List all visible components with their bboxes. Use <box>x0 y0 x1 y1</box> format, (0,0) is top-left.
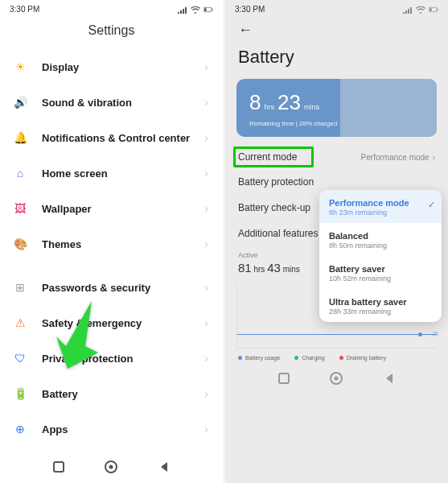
chevron-right-icon: › <box>204 423 208 436</box>
chevron-right-icon: › <box>204 387 208 400</box>
status-bar: 3:30 PM <box>0 0 223 15</box>
signal-icon <box>178 6 187 14</box>
svg-point-11 <box>335 377 339 381</box>
item-icon: 🖼 <box>11 200 29 217</box>
nav-back-button[interactable] <box>154 457 174 477</box>
battery-icon <box>429 6 438 14</box>
page-title: Settings <box>0 15 223 49</box>
option-title: Battery saver <box>329 264 432 274</box>
item-icon: 🎨 <box>11 235 29 253</box>
phone-battery: 3:30 PM ← Battery 8 hrs 23 mins Remainin… <box>225 0 448 483</box>
nav-home-button[interactable] <box>101 457 121 477</box>
item-icon: ⊞ <box>11 279 29 296</box>
item-icon: 🔔 <box>11 129 29 147</box>
chevron-right-icon: › <box>204 96 208 109</box>
svg-rect-1 <box>204 8 207 10</box>
chevron-right-icon: › <box>433 153 435 162</box>
item-icon: ⊕ <box>11 420 29 438</box>
battery-icon <box>203 6 213 14</box>
option-title: Ultra battery saver <box>329 297 432 307</box>
current-mode-row[interactable]: Current mode Performance mode › <box>225 145 448 169</box>
page-title: Battery <box>225 42 448 79</box>
settings-item-apps[interactable]: ⊕Apps› <box>0 411 223 447</box>
settings-item-themes[interactable]: 🎨Themes› <box>0 226 223 262</box>
back-row: ← <box>225 15 448 42</box>
wifi-icon <box>191 6 200 14</box>
item-icon: 🔊 <box>11 93 29 111</box>
chevron-right-icon: › <box>204 60 208 73</box>
legend-item: Draining battery <box>339 355 386 361</box>
legend-item: Battery usage <box>238 355 280 361</box>
chevron-right-icon: › <box>204 352 208 365</box>
chevron-right-icon: › <box>204 281 208 294</box>
remaining-time: 8 hrs 23 mins <box>249 90 424 115</box>
battery-card[interactable]: 8 hrs 23 mins Remaining time | 28% charg… <box>236 79 437 137</box>
item-icon: 🔋 <box>11 385 29 402</box>
chart-legend: Battery usageChargingDraining battery <box>225 350 448 361</box>
mode-label: Current mode <box>238 151 297 163</box>
chevron-right-icon: › <box>204 237 208 250</box>
option-title: Performance mode <box>329 198 432 208</box>
settings-item-home-screen[interactable]: ⌂Home screen› <box>0 155 223 191</box>
option-sub: 10h 52m remaining <box>329 275 432 283</box>
item-label: Sound & vibration <box>42 97 204 109</box>
wifi-icon <box>416 6 425 14</box>
nav-bar <box>225 361 448 394</box>
nav-bar <box>0 449 223 483</box>
svg-rect-7 <box>430 8 432 10</box>
option-sub: 8h 50m remaining <box>329 242 432 250</box>
item-icon: ⌂ <box>11 164 29 182</box>
nav-home-button[interactable] <box>327 369 346 388</box>
mode-value: Performance mode › <box>361 153 435 162</box>
chevron-right-icon: › <box>204 316 208 329</box>
mode-popup: Performance mode8h 23m remaining✓Balance… <box>319 190 442 322</box>
item-label: Privacy protection <box>42 353 204 365</box>
settings-item-additional-settings[interactable]: ⚙Additional settings› <box>0 447 223 449</box>
nav-recent-button[interactable] <box>274 369 294 388</box>
status-time: 3:30 PM <box>235 5 265 14</box>
mode-option-battery-saver[interactable]: Battery saver10h 52m remaining <box>319 256 442 289</box>
item-label: Themes <box>42 238 204 250</box>
item-label: Battery <box>42 388 204 400</box>
settings-item-sound-vibration[interactable]: 🔊Sound & vibration› <box>0 85 223 120</box>
nav-recent-button[interactable] <box>49 457 68 477</box>
phone-settings: 3:30 PM Settings ☀Display›🔊Sound & vibra… <box>0 0 223 483</box>
legend-item: Charging <box>294 355 324 361</box>
settings-item-wallpaper[interactable]: 🖼Wallpaper› <box>0 191 223 226</box>
svg-rect-3 <box>54 462 64 472</box>
svg-rect-8 <box>437 8 438 10</box>
settings-item-privacy-protection[interactable]: 🛡Privacy protection› <box>0 341 223 376</box>
item-label: Passwords & security <box>42 282 204 294</box>
chevron-right-icon: › <box>204 167 208 180</box>
settings-item-passwords-security[interactable]: ⊞Passwords & security› <box>0 270 223 305</box>
signal-icon <box>403 6 413 14</box>
chevron-right-icon: › <box>204 202 208 215</box>
item-label: Home screen <box>42 167 204 180</box>
settings-item-battery[interactable]: 🔋Battery› <box>0 376 223 411</box>
settings-item-display[interactable]: ☀Display› <box>0 49 223 85</box>
status-time: 3:30 PM <box>10 5 39 14</box>
mode-option-balanced[interactable]: Balanced8h 50m remaining <box>319 223 442 256</box>
status-icons <box>178 6 213 14</box>
mode-option-ultra-battery-saver[interactable]: Ultra battery saver28h 33m remaining <box>319 289 442 322</box>
settings-item-safety-emergency[interactable]: ⚠Safety & emergency› <box>0 305 223 341</box>
status-icons <box>403 6 438 14</box>
settings-item-notifications-control-center[interactable]: 🔔Notifications & Control center› <box>0 120 223 155</box>
chevron-right-icon: › <box>204 131 208 144</box>
svg-point-5 <box>109 465 113 469</box>
nav-back-button[interactable] <box>380 369 399 388</box>
option-sub: 8h 23m remaining <box>329 208 432 217</box>
item-label: Display <box>42 61 204 73</box>
item-label: Apps <box>42 423 204 436</box>
status-bar: 3:30 PM <box>225 0 448 15</box>
item-label: Notifications & Control center <box>42 132 204 144</box>
settings-list: ☀Display›🔊Sound & vibration›🔔Notificatio… <box>0 49 223 449</box>
item-label: Wallpaper <box>42 203 204 215</box>
option-title: Balanced <box>329 231 432 241</box>
svg-rect-2 <box>212 8 212 10</box>
svg-rect-9 <box>279 374 289 383</box>
back-button[interactable]: ← <box>238 22 253 38</box>
option-sub: 28h 33m remaining <box>329 308 432 316</box>
mode-option-performance-mode[interactable]: Performance mode8h 23m remaining✓ <box>319 190 442 223</box>
check-icon: ✓ <box>428 200 435 210</box>
